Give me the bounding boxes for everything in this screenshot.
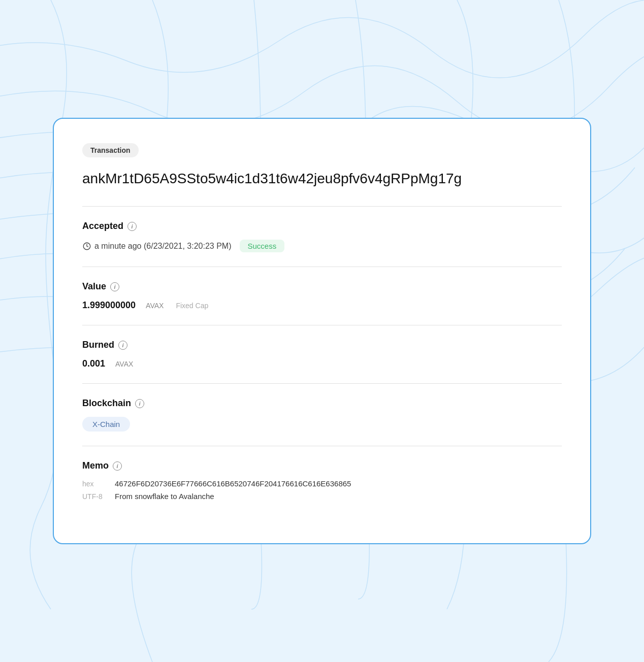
memo-title: Memo [82,460,109,471]
value-info-icon[interactable]: i [110,282,119,291]
value-unit: AVAX [146,302,164,310]
accepted-title: Accepted [82,221,123,231]
memo-utf8-row: UTF-8 From snowflake to Avalanche [82,492,562,501]
blockchain-section: Blockchain i X-Chain [82,383,562,446]
memo-section: Memo i hex 46726F6D20736E6F77666C616B652… [82,446,562,519]
transaction-hash: ankMr1tD65A9SSto5w4ic1d31t6w42jeu8pfv6v4… [82,170,562,188]
burned-section: Burned i 0.001 AVAX [82,325,562,383]
burned-content: 0.001 AVAX [82,358,562,369]
memo-hex-row: hex 46726F6D20736E6F77666C616B6520746F20… [82,479,562,488]
value-title: Value [82,281,106,292]
burned-amount: 0.001 [82,358,105,369]
accepted-info-icon[interactable]: i [127,222,137,231]
memo-rows: hex 46726F6D20736E6F77666C616B6520746F20… [82,479,562,501]
memo-utf8-value: From snowflake to Avalanche [115,492,214,501]
value-amount: 1.999000000 [82,300,136,311]
memo-info-icon[interactable]: i [113,461,122,471]
burned-unit: AVAX [115,360,133,368]
accepted-content: a minute ago (6/23/2021, 3:20:23 PM) Suc… [82,240,562,252]
transaction-card: Transaction ankMr1tD65A9SSto5w4ic1d31t6w… [53,118,591,544]
blockchain-header: Blockchain i [82,398,562,409]
clock-icon [82,242,91,251]
memo-hex-label: hex [82,479,107,488]
blockchain-info-icon[interactable]: i [135,399,144,408]
status-badge: Success [240,240,285,252]
time-display: a minute ago (6/23/2021, 3:20:23 PM) [82,242,232,251]
accepted-time: a minute ago (6/23/2021, 3:20:23 PM) [94,242,232,251]
value-header: Value i [82,281,562,292]
memo-utf8-label: UTF-8 [82,492,107,501]
accepted-header: Accepted i [82,221,562,231]
transaction-badge: Transaction [82,143,139,157]
value-type: Fixed Cap [176,302,208,310]
burned-header: Burned i [82,340,562,350]
blockchain-title: Blockchain [82,398,131,409]
burned-title: Burned [82,340,114,350]
burned-info-icon[interactable]: i [118,341,127,350]
memo-hex-value: 46726F6D20736E6F77666C616B6520746F204176… [115,479,351,488]
accepted-section: Accepted i a minute ago (6/23/2021, 3:20… [82,206,562,267]
memo-header: Memo i [82,460,562,471]
chain-badge: X-Chain [82,417,130,432]
value-content: 1.999000000 AVAX Fixed Cap [82,300,562,311]
value-section: Value i 1.999000000 AVAX Fixed Cap [82,267,562,325]
blockchain-content: X-Chain [82,417,562,432]
